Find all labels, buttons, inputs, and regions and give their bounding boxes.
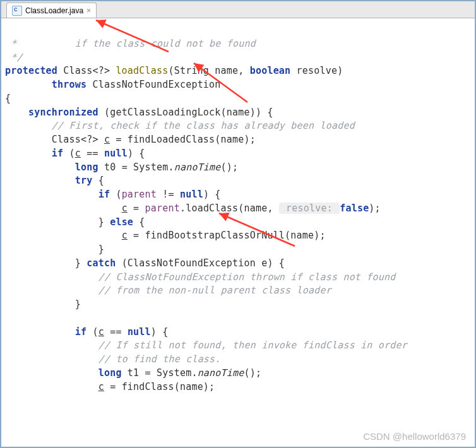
code-line: } else { <box>5 216 145 228</box>
code-line: // If still not found, then invoke findC… <box>5 339 407 351</box>
tab-bar: ClassLoader.java × <box>1 1 475 18</box>
code-line: c = findBootstrapClassOrNull(name); <box>5 230 326 241</box>
code-line <box>5 312 11 324</box>
code-line: try { <box>5 175 104 186</box>
java-class-icon <box>12 6 22 16</box>
code-editor[interactable]: * if the class could not be found */ pro… <box>1 18 475 396</box>
code-line: c = parent.loadClass(name, resolve: fals… <box>5 203 381 214</box>
code-line: // ClassNotFoundException thrown if clas… <box>5 271 395 283</box>
code-line: { <box>5 93 11 104</box>
code-line: } catch (ClassNotFoundException e) { <box>5 257 285 269</box>
code-line: throws ClassNotFoundException <box>5 79 221 90</box>
code-line: * if the class could not be found <box>5 38 256 49</box>
code-line: } <box>5 244 104 255</box>
tab-filename: ClassLoader.java <box>25 6 83 15</box>
code-line: c = findClass(name); <box>5 381 215 392</box>
code-line: // to find the class. <box>5 353 221 365</box>
editor-tab[interactable]: ClassLoader.java × <box>6 3 97 18</box>
watermark: CSDN @helloworld6379 <box>363 431 466 442</box>
code-line: if (c == null) { <box>5 148 145 159</box>
code-line: if (parent != null) { <box>5 189 221 200</box>
code-line: } <box>5 298 81 310</box>
close-icon[interactable]: × <box>86 6 91 15</box>
code-line: synchronized (getClassLoadingLock(name))… <box>5 107 273 118</box>
code-line: */ <box>5 52 23 63</box>
code-line: long t1 = System.nanoTime(); <box>5 367 261 379</box>
code-line: if (c == null) { <box>5 326 169 338</box>
code-line: long t0 = System.nanoTime(); <box>5 162 238 173</box>
code-line: Class<?> c = findLoadedClass(name); <box>5 134 256 145</box>
code-line: protected Class<?> loadClass(String name… <box>5 65 343 76</box>
code-line: // from the non-null parent class loader <box>5 285 331 296</box>
code-line: // First, check if the class has already… <box>5 120 355 131</box>
